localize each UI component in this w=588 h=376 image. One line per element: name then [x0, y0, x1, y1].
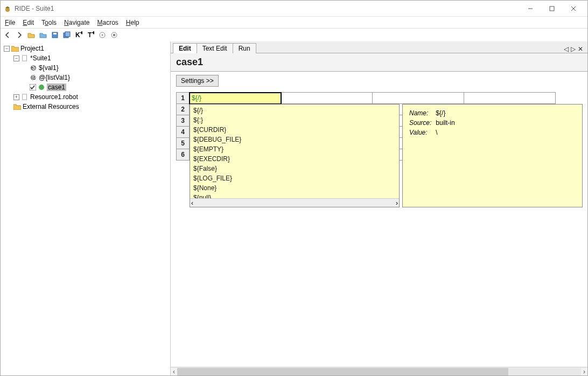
editor-pane: Edit Text Edit Run ◁ ▷ ✕ case1 Settings …: [171, 41, 587, 375]
expander-icon[interactable]: −: [4, 46, 10, 52]
svg-rect-2: [550, 6, 554, 11]
tab-close-icon[interactable]: ✕: [578, 45, 583, 53]
row-header[interactable]: 2: [177, 104, 190, 115]
tooltip-value-value: \: [436, 128, 458, 137]
menu-tools[interactable]: Tools: [41, 19, 57, 26]
svg-text:$: $: [32, 64, 36, 71]
grid-cell-active[interactable]: ${/}: [190, 93, 281, 104]
minimize-button[interactable]: [520, 1, 541, 16]
svg-rect-8: [65, 32, 70, 37]
app-icon: [4, 5, 11, 12]
tooltip-name-value: ${/}: [436, 109, 458, 117]
run-button[interactable]: [97, 30, 107, 40]
maximize-button[interactable]: [541, 1, 563, 16]
open-file-button[interactable]: [38, 30, 48, 40]
suggestion-item[interactable]: ${:}: [193, 115, 396, 125]
grid-cell[interactable]: [281, 93, 373, 104]
suggestion-item[interactable]: ${EMPTY}: [193, 144, 396, 154]
autocomplete-dropdown[interactable]: ${/} ${:} ${CURDIR} ${DEBUG_FILE} ${EMPT…: [190, 104, 400, 207]
tab-textedit[interactable]: Text Edit: [197, 43, 233, 53]
tree-external[interactable]: External Resources: [23, 103, 79, 110]
suggestion-item[interactable]: ${null}: [193, 193, 396, 198]
suggestion-item[interactable]: ${EXECDIR}: [193, 154, 396, 164]
suggestion-item[interactable]: ${None}: [193, 183, 396, 193]
svg-text:✦: ✦: [91, 31, 94, 37]
suggestion-item[interactable]: ${CURDIR}: [193, 125, 396, 135]
menu-help[interactable]: Help: [126, 19, 139, 26]
svg-rect-16: [23, 55, 27, 61]
row-header[interactable]: 6: [177, 149, 190, 161]
file-icon: [21, 94, 29, 100]
tab-prev-icon[interactable]: ◁: [564, 45, 569, 53]
case-title: case1: [171, 53, 587, 72]
expander-icon[interactable]: −: [13, 55, 19, 61]
svg-rect-15: [113, 34, 115, 36]
tree-suite[interactable]: *Suite1: [30, 54, 51, 62]
tooltip-source-value: built-in: [436, 119, 458, 127]
robot-icon: [38, 83, 45, 91]
row-header[interactable]: 4: [177, 127, 190, 138]
tree-resource[interactable]: Resource1.robot: [30, 93, 78, 101]
menu-edit[interactable]: Edit: [23, 19, 34, 26]
folder-icon: [11, 45, 19, 52]
close-button[interactable]: [563, 1, 584, 16]
tooltip-value-label: Value:: [409, 128, 435, 137]
forward-button[interactable]: [15, 30, 24, 40]
checkbox-icon[interactable]: [30, 84, 36, 90]
menu-macros[interactable]: Macros: [97, 19, 118, 26]
project-tree[interactable]: − Project1 − *Suite1 $ ${val1} @ @{listV…: [1, 41, 171, 375]
save-all-button[interactable]: [62, 30, 72, 40]
svg-text:✦: ✦: [79, 31, 82, 37]
save-button[interactable]: [50, 30, 60, 40]
keyword-button[interactable]: K✦: [74, 30, 83, 40]
keyword-grid[interactable]: 1 ${/} 2 3 4 5 6 ${/} ${:}: [176, 92, 582, 161]
settings-button[interactable]: Settings >>: [176, 75, 219, 87]
tooltip-name-label: Name:: [409, 109, 435, 117]
expander-icon[interactable]: +: [13, 94, 19, 100]
folder-icon: [13, 103, 21, 110]
row-header[interactable]: 1: [177, 93, 190, 104]
row-header[interactable]: 3: [177, 115, 190, 127]
grid-cell[interactable]: [373, 93, 464, 104]
tab-edit[interactable]: Edit: [173, 43, 197, 53]
suggestion-item[interactable]: ${False}: [193, 164, 396, 173]
dropdown-hscroll[interactable]: ‹›: [190, 198, 399, 207]
editor-hscroll[interactable]: ‹›: [171, 367, 587, 375]
tree-var-list[interactable]: @{listVal1}: [39, 74, 70, 81]
menu-bar: File Edit Tools Navigate Macros Help: [1, 17, 587, 29]
menu-navigate[interactable]: Navigate: [64, 19, 89, 26]
svg-rect-6: [53, 33, 57, 34]
svg-point-22: [39, 85, 44, 90]
tree-case[interactable]: case1: [47, 83, 66, 91]
window-title: RIDE - Suite1: [15, 5, 520, 12]
variable-info-tooltip: Name:${/} Source:built-in Value:\: [402, 104, 583, 207]
file-icon: [21, 55, 29, 61]
tree-project[interactable]: Project1: [20, 45, 44, 52]
open-folder-button[interactable]: [26, 30, 36, 40]
suggestion-item[interactable]: ${LOG_FILE}: [193, 173, 396, 183]
svg-text:@: @: [31, 74, 37, 81]
title-bar: RIDE - Suite1: [1, 1, 587, 17]
suggestion-item[interactable]: ${/}: [193, 106, 396, 115]
back-button[interactable]: [3, 30, 12, 40]
grid-cell[interactable]: [464, 93, 556, 104]
scalar-icon: $: [30, 64, 37, 72]
testcase-button[interactable]: T✦: [86, 30, 95, 40]
tab-run[interactable]: Run: [233, 43, 256, 53]
tooltip-source-label: Source:: [409, 119, 435, 127]
menu-file[interactable]: File: [5, 19, 15, 26]
list-icon: @: [30, 74, 37, 81]
suggestion-item[interactable]: ${DEBUG_FILE}: [193, 135, 396, 144]
editor-tabs: Edit Text Edit Run ◁ ▷ ✕: [171, 41, 587, 53]
tab-next-icon[interactable]: ▷: [571, 45, 576, 53]
stop-button[interactable]: [109, 30, 119, 40]
row-header[interactable]: 5: [177, 138, 190, 149]
toolbar: K✦ T✦: [1, 29, 587, 41]
svg-rect-23: [23, 94, 27, 100]
svg-point-0: [5, 8, 10, 12]
tree-var-scalar[interactable]: ${val1}: [39, 64, 59, 72]
